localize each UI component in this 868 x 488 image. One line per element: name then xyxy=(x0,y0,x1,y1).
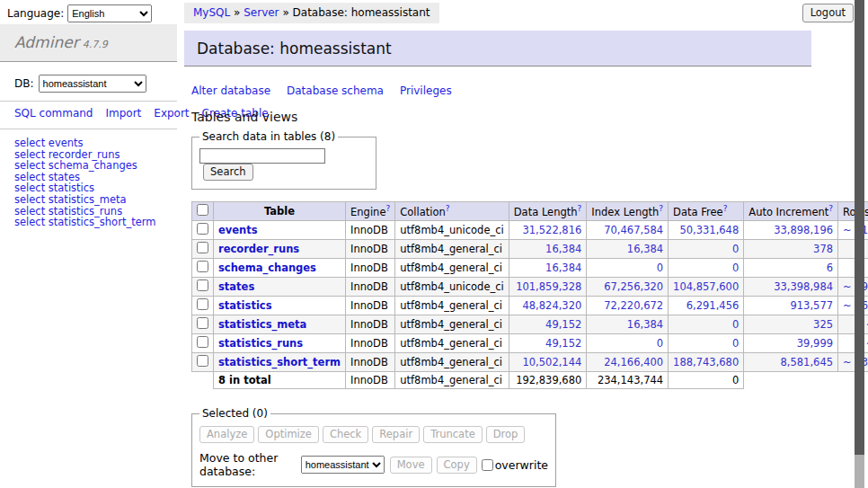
data-length-link[interactable]: 16,384 xyxy=(545,262,581,274)
index-length-link[interactable]: 0 xyxy=(657,337,663,350)
collation-cell: utf8mb4_general_ci xyxy=(395,334,509,353)
auto-increment-link[interactable]: 39,999 xyxy=(797,337,833,350)
language-bar: Language:English xyxy=(7,4,152,22)
collation-cell: utf8mb4_general_ci xyxy=(395,259,509,278)
row-checkbox-cell xyxy=(192,334,214,353)
selected-action-button[interactable]: Drop xyxy=(486,426,526,443)
help-link[interactable]: ? xyxy=(578,204,582,213)
auto-increment-link[interactable]: 378 xyxy=(813,243,833,255)
help-link[interactable]: ? xyxy=(828,204,833,213)
table-name-link[interactable]: recorder_runs xyxy=(218,243,299,255)
collation-cell: utf8mb4_unicode_ci xyxy=(395,221,509,240)
main-content: MySQL » Server » Database: homeassistant… xyxy=(184,3,855,488)
table-name-link[interactable]: statistics_short_term xyxy=(218,356,341,368)
help-link[interactable]: ? xyxy=(659,204,663,213)
data-free-cell: 50,331,648 xyxy=(669,221,744,240)
breadcrumb-separator: » xyxy=(282,6,288,19)
engine-cell: InnoDB xyxy=(346,297,395,315)
database-action-link[interactable]: Alter database xyxy=(191,84,270,97)
select-all-checkbox[interactable] xyxy=(197,204,208,216)
selected-action-button[interactable]: Repair xyxy=(372,426,420,443)
scrollbar-thumb[interactable] xyxy=(855,0,864,455)
table-name-cell: statistics_runs xyxy=(214,334,346,353)
data-free-link[interactable]: 0 xyxy=(732,262,739,274)
language-select[interactable]: English xyxy=(67,4,152,22)
vertical-scrollbar[interactable] xyxy=(855,0,864,488)
data-length-link[interactable]: 49,152 xyxy=(545,337,581,350)
table-row: statistics_runs InnoDB utf8mb4_general_c… xyxy=(192,334,868,353)
auto-increment-link[interactable]: 6 xyxy=(827,262,833,274)
move-label: Move to other database: xyxy=(199,451,296,478)
search-input[interactable] xyxy=(199,148,325,164)
copy-button[interactable]: Copy xyxy=(437,457,477,474)
table-row: schema_changes InnoDB utf8mb4_general_ci… xyxy=(192,259,868,278)
search-button[interactable]: Search xyxy=(203,164,253,181)
breadcrumb-link[interactable]: Server xyxy=(244,6,279,19)
engine-cell: InnoDB xyxy=(346,221,395,240)
auto-increment-link[interactable]: 913,577 xyxy=(790,299,833,312)
db-select[interactable]: homeassistant xyxy=(39,75,146,93)
table-name-cell: schema_changes xyxy=(214,259,346,278)
auto-increment-cell: 33,898,196 xyxy=(744,221,838,240)
data-free-link[interactable]: 188,743,680 xyxy=(673,356,739,368)
table-name-link[interactable]: events xyxy=(218,224,258,236)
auto-increment-link[interactable]: 8,581,645 xyxy=(781,356,834,368)
row-checkbox[interactable] xyxy=(197,223,208,235)
data-free-link[interactable]: 6,291,456 xyxy=(686,299,740,312)
row-checkbox[interactable] xyxy=(197,355,208,367)
data-length-link[interactable]: 16,384 xyxy=(545,243,581,255)
index-length-link[interactable]: 72,220,672 xyxy=(604,299,663,312)
data-length-link[interactable]: 31,522,816 xyxy=(522,224,581,236)
table-row: statistics_short_term InnoDB utf8mb4_gen… xyxy=(192,353,868,372)
row-checkbox[interactable] xyxy=(197,317,208,329)
row-checkbox[interactable] xyxy=(197,242,208,253)
data-free-link[interactable]: 104,857,600 xyxy=(673,280,739,293)
data-length-link[interactable]: 49,152 xyxy=(545,318,581,331)
breadcrumb-link[interactable]: MySQL xyxy=(193,6,230,19)
selected-action-button[interactable]: Check xyxy=(323,426,368,443)
index-length-link[interactable]: 70,467,584 xyxy=(604,224,663,236)
help-link[interactable]: ? xyxy=(723,204,728,213)
index-length-link[interactable]: 16,384 xyxy=(627,318,663,331)
auto-increment-link[interactable]: 33,898,196 xyxy=(774,224,833,236)
move-database-select[interactable]: homeassistant xyxy=(301,456,385,474)
table-name-link[interactable]: schema_changes xyxy=(218,262,316,274)
selected-action-button[interactable]: Truncate xyxy=(423,426,483,443)
data-length-link[interactable]: 10,502,144 xyxy=(522,356,581,368)
auto-increment-link[interactable]: 33,398,984 xyxy=(774,280,833,293)
row-checkbox[interactable] xyxy=(197,279,208,291)
select-table-link[interactable]: select statistics_short_term xyxy=(14,216,155,228)
data-free-link[interactable]: 0 xyxy=(732,337,739,350)
row-checkbox[interactable] xyxy=(197,298,208,310)
data-length-link[interactable]: 48,824,320 xyxy=(522,299,581,312)
data-length-link[interactable]: 101,859,328 xyxy=(516,280,581,293)
sidebar-action-link[interactable]: SQL command xyxy=(14,107,93,120)
data-free-link[interactable]: 0 xyxy=(732,318,739,331)
breadcrumb-current: Database: homeassistant xyxy=(293,6,430,19)
table-name-link[interactable]: statistics xyxy=(218,299,272,312)
selected-action-button[interactable]: Analyze xyxy=(199,426,254,443)
table-name-link[interactable]: statistics_runs xyxy=(218,337,303,350)
help-link[interactable]: ? xyxy=(446,204,450,213)
data-free-link[interactable]: 50,331,648 xyxy=(679,224,739,236)
database-action-link[interactable]: Privileges xyxy=(400,84,452,97)
data-free-link[interactable]: 0 xyxy=(732,243,739,255)
move-button[interactable]: Move xyxy=(390,457,432,474)
auto-increment-link[interactable]: 325 xyxy=(813,318,833,331)
table-name-link[interactable]: statistics_meta xyxy=(218,318,306,331)
index-length-cell: 0 xyxy=(587,259,669,278)
overwrite-checkbox[interactable] xyxy=(482,459,493,471)
table-name-link[interactable]: states xyxy=(218,280,254,293)
sidebar-action-link[interactable]: Import xyxy=(105,107,141,120)
index-length-link[interactable]: 0 xyxy=(657,262,663,274)
row-checkbox[interactable] xyxy=(197,261,208,272)
help-link[interactable]: ? xyxy=(385,204,390,213)
col-header-table: Table xyxy=(214,202,346,221)
index-length-link[interactable]: 16,384 xyxy=(627,243,663,255)
index-length-link[interactable]: 67,256,320 xyxy=(604,280,663,293)
index-length-link[interactable]: 24,166,400 xyxy=(604,356,663,368)
data-free-cell: 0 xyxy=(669,240,744,259)
selected-action-button[interactable]: Optimize xyxy=(258,426,319,443)
database-action-link[interactable]: Database schema xyxy=(287,84,384,97)
row-checkbox[interactable] xyxy=(197,336,208,348)
